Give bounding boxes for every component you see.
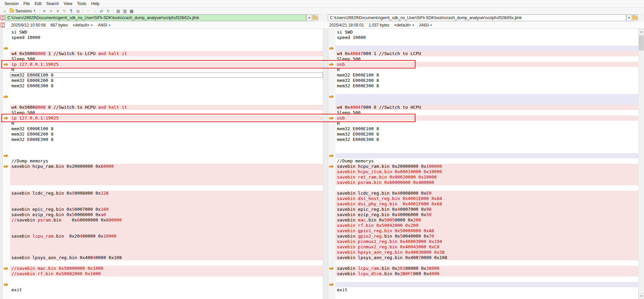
code-line-left[interactable]: mem32 E000E100 8 [10, 72, 323, 78]
code-line-left[interactable]: savebin epic_reg.bin 0x50007000 0x160 [10, 207, 323, 212]
code-line-right[interactable] [336, 94, 638, 99]
code-line-left[interactable] [10, 169, 323, 175]
code-line-right[interactable]: savebin lcdc_reg.bin 0x40008000 0xE0 [336, 191, 638, 196]
code-line-right[interactable] [336, 46, 638, 51]
code-line-left[interactable]: si SWD [10, 30, 323, 35]
code-line-right[interactable] [336, 282, 638, 287]
code-line-right[interactable]: Sleep 500 [336, 110, 638, 115]
code-line-left[interactable] [10, 180, 323, 185]
code-line-left[interactable] [10, 148, 323, 153]
right-editor-pane[interactable]: si SWDspeed 10000w4 0x4004f000 1 //Switc… [336, 29, 638, 299]
code-line-right[interactable]: H [336, 67, 638, 72]
code-line-right[interactable]: w4 0x4004f000 0 //Switch to HCPU [336, 105, 638, 110]
sessions-dropdown-button[interactable]: Sessions▼ [8, 8, 38, 14]
code-line-left[interactable]: //Dump memorys [10, 158, 323, 164]
code-line-left[interactable]: Sleep 500 [10, 110, 323, 115]
code-line-left[interactable] [10, 244, 323, 250]
menu-tools[interactable]: Tools [75, 0, 89, 7]
code-line-right[interactable]: usb [336, 115, 638, 121]
copy-to-left-icon[interactable]: ▥ [122, 8, 128, 14]
code-line-left[interactable] [10, 223, 323, 228]
code-line-right[interactable]: savebin hpsys_aon_reg.bin 0x40030000 0x3… [336, 250, 638, 255]
code-line-right[interactable]: Sleep 500 [336, 56, 638, 62]
left-format-dropdown[interactable]: <default>▼ [72, 23, 93, 28]
code-line-left[interactable]: H [10, 121, 323, 126]
code-line-left[interactable] [10, 239, 323, 244]
menu-view[interactable]: View [61, 0, 75, 7]
code-line-left[interactable] [10, 196, 323, 201]
code-line-left[interactable] [10, 46, 323, 51]
menu-file[interactable]: File [21, 0, 32, 7]
code-line-right[interactable] [336, 89, 638, 94]
menu-help[interactable]: Help [89, 0, 102, 7]
code-line-right[interactable] [336, 153, 638, 158]
code-line-left[interactable]: mem32 E000E300 8 [10, 83, 323, 89]
code-line-left[interactable]: ip 127.0.0.1:19025 [10, 62, 323, 67]
code-line-left[interactable] [10, 277, 323, 282]
diff-location-strip[interactable] [0, 29, 3, 299]
code-line-right[interactable]: savebin epic_reg.bin 0x40007000 0x98 [336, 207, 638, 212]
copy-to-right-icon[interactable]: ▤ [115, 8, 121, 14]
code-line-left[interactable]: ip 127.0.0.1:19025 [10, 115, 323, 121]
code-line-left[interactable]: savebin lpsys_aon_reg.bin 0x40040000 0x1… [10, 255, 323, 260]
code-line-left[interactable]: mem32 E000E200 8 [10, 78, 323, 83]
code-line-right[interactable]: savebin dsi_phy_reg.bin 0x4001F000 0x68 [336, 201, 638, 207]
code-line-left[interactable]: speed 10000 [10, 35, 323, 40]
left-editor-pane[interactable]: si SWDspeed 10000w4 0x50008008 1 //Switc… [10, 29, 323, 299]
left-browse-button[interactable] [312, 14, 318, 21]
code-line-right[interactable]: mem32 E000E100 8 [336, 126, 638, 132]
right-encoding-dropdown[interactable]: ANSI▼ [419, 23, 432, 28]
home-icon[interactable]: ⌂ [1, 8, 8, 14]
left-path-dropdown-button[interactable]: ▼ [306, 14, 312, 21]
code-line-right[interactable]: w4 0x4004f000 1 //Switch to LCPU [336, 51, 638, 56]
reload-icon[interactable]: ↻ [105, 8, 111, 14]
code-line-left[interactable] [10, 142, 323, 148]
code-line-left[interactable] [10, 201, 323, 207]
code-line-left[interactable] [10, 228, 323, 234]
code-line-left[interactable] [10, 185, 323, 191]
menu-session[interactable]: Session [2, 0, 21, 7]
code-line-left[interactable]: savebin hcpu_ram.bin 0x20000000 0x80000 [10, 164, 323, 169]
code-line-right[interactable]: savebin pinmux1_reg.bin 0x40003000 0x194 [336, 239, 638, 244]
swap-sides-icon[interactable]: ⇄ [98, 8, 105, 14]
code-line-left[interactable] [10, 175, 323, 180]
code-line-right[interactable]: savebin ezip_reg.bin 0x40006000 0x50 [336, 212, 638, 217]
right-format-dropdown[interactable]: <default>▼ [394, 23, 414, 28]
layout-icon[interactable]: ▦ [129, 8, 135, 14]
code-line-right[interactable] [336, 293, 638, 298]
code-line-right[interactable]: savebin psram.bin 0x60000000 0x400000 [336, 180, 638, 185]
menu-search[interactable]: Search [44, 0, 61, 7]
code-line-right[interactable]: usb [336, 62, 638, 67]
code-line-left[interactable]: w4 0x50008008 1 //Switch to LCPU and hal… [10, 51, 323, 56]
code-line-right[interactable]: savebin lpsys_aon_reg.bin 0x40070000 0x1… [336, 255, 638, 260]
code-line-right[interactable]: savebin rf.bin 0x50042000 0x209 [336, 223, 638, 228]
code-line-right[interactable]: savebin dsi_host_reg.bin 0x4001E000 0x84 [336, 196, 638, 201]
code-line-left[interactable]: savebin lcdc_reg.bin 0x50008000 0x128 [10, 191, 323, 196]
code-line-right[interactable]: savebin lcpu_dtcm.bin 0x2B0FC000 0x4000 [336, 271, 638, 277]
code-line-right[interactable]: mem32 E000E300 8 [336, 137, 638, 142]
code-line-right[interactable]: savebin gpio2_reg.bin 0x50040000 0x70 [336, 234, 638, 239]
code-line-right[interactable] [336, 148, 638, 153]
code-line-right[interactable]: savebin pinmux2_reg.bin 0x40043000 0xC8 [336, 244, 638, 250]
code-line-left[interactable] [10, 293, 323, 298]
code-line-left[interactable]: H [10, 67, 323, 72]
code-line-right[interactable]: mem32 E000E100 8 [336, 72, 638, 78]
code-line-right[interactable]: savebin lcpu_ram.bin 0x20100000 0x38000 [336, 266, 638, 271]
left-path-input[interactable] [5, 14, 306, 21]
code-line-right[interactable] [336, 40, 638, 46]
left-encoding-dropdown[interactable]: ANSI▼ [98, 23, 111, 28]
code-line-left[interactable]: mem32 E000E300 8 [10, 137, 323, 142]
code-line-right[interactable]: //Dump memorys [336, 158, 638, 164]
code-line-right[interactable] [336, 277, 638, 282]
show-all-icon[interactable]: ≡ [55, 8, 61, 14]
scroll-up-button[interactable]: ▲ [639, 29, 644, 35]
code-line-left[interactable]: savebin lcpu_ram.bin 0x20400000 0x10000 [10, 234, 323, 239]
find-icon[interactable]: ◎ [75, 8, 81, 14]
code-line-right[interactable]: H [336, 121, 638, 126]
show-differences-icon[interactable]: ≠ [41, 8, 48, 14]
code-line-left[interactable] [10, 99, 323, 105]
code-line-left[interactable] [10, 94, 323, 99]
code-line-right[interactable]: mem32 E000E200 8 [336, 78, 638, 83]
edit-mode-icon[interactable]: ✎ [61, 8, 68, 14]
code-line-left[interactable]: //savebin rf.bin 0x50082000 0x1000 [10, 271, 323, 277]
